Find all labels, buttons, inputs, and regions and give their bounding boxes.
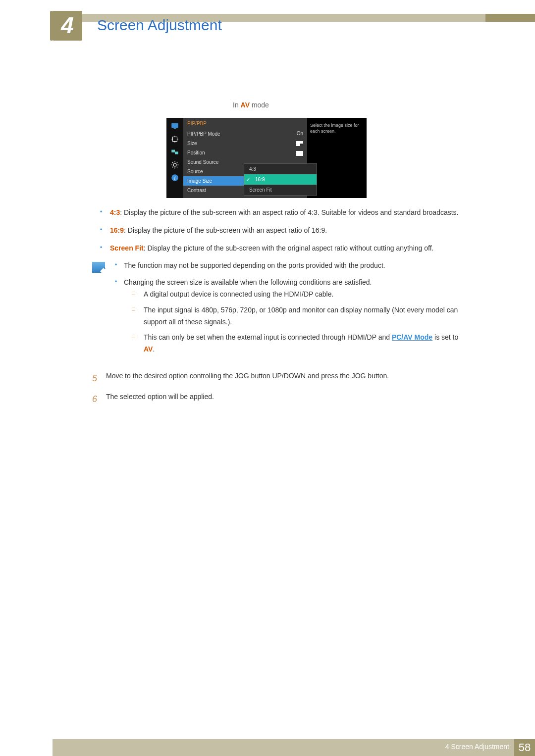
pc-av-mode-link[interactable]: PC/AV Mode xyxy=(392,333,432,341)
osd-value-mode: On xyxy=(244,129,307,139)
svg-rect-1 xyxy=(174,128,176,129)
page-title: Screen Adjustment xyxy=(97,17,222,34)
info-icon: i xyxy=(170,173,179,182)
osd-item-position: Position xyxy=(183,148,244,157)
note-sub-2: The input signal is 480p, 576p, 720p, or… xyxy=(144,304,459,328)
svg-rect-2 xyxy=(173,137,177,142)
monitor-icon xyxy=(170,122,179,131)
osd-screenshot: i PIP/PBP PIP/PBP Mode Size Position Sou… xyxy=(166,118,367,198)
bullet-16-9: 16:9: Display the picture of the sub-scr… xyxy=(110,225,459,237)
footer-page-number: 58 xyxy=(514,739,535,756)
svg-text:i: i xyxy=(174,175,176,181)
mode-prefix: In xyxy=(233,101,241,109)
footer-label: 4 Screen Adjustment xyxy=(445,743,509,751)
osd-item-size: Size xyxy=(183,139,244,148)
osd-item-mode: PIP/PBP Mode xyxy=(183,129,244,139)
svg-rect-4 xyxy=(175,151,178,154)
chapter-number-badge: 4 xyxy=(53,11,82,41)
mode-label: In AV mode xyxy=(233,101,269,109)
pip-icon xyxy=(170,148,179,156)
step-6: 6 The selected option will be applied. xyxy=(92,391,459,407)
osd-sub-16-9: 16:9 xyxy=(244,174,317,185)
note-sub-1: A digital output device is connected usi… xyxy=(144,289,459,301)
osd-menu-list: PIP/PBP PIP/PBP Mode Size Position Sound… xyxy=(183,118,244,198)
step-5: 5 Move to the desired option controlling… xyxy=(92,370,459,386)
osd-value-size xyxy=(244,139,307,149)
osd-sidebar-icons: i xyxy=(166,118,183,198)
bullet-screen-fit: Screen Fit: Display the picture of the s… xyxy=(110,243,459,254)
osd-value-position xyxy=(244,149,307,158)
osd-sub-4-3: 4:3 xyxy=(244,164,317,174)
footer: 4 Screen Adjustment 58 xyxy=(0,739,535,756)
step-number: 5 xyxy=(92,370,106,386)
note-icon xyxy=(92,262,105,273)
svg-rect-0 xyxy=(171,123,178,128)
body-content: 4:3: Display the picture of the sub-scre… xyxy=(92,207,459,411)
osd-menu-header: PIP/PBP xyxy=(183,120,244,129)
note-sub-3: This can only be set when the external i… xyxy=(144,332,459,355)
osd-sub-screen-fit: Screen Fit xyxy=(244,185,317,195)
gear-icon xyxy=(170,160,179,169)
svg-rect-3 xyxy=(171,150,175,152)
steps-list: 5 Move to the desired option controlling… xyxy=(92,370,459,406)
mode-accent: AV xyxy=(241,101,250,109)
note-block: The function may not be supported depend… xyxy=(92,260,459,360)
osd-item-sound: Sound Source xyxy=(183,157,244,167)
osd-submenu: 4:3 16:9 Screen Fit xyxy=(244,163,317,196)
osd-item-contrast: Contrast xyxy=(183,186,244,195)
mode-suffix: mode xyxy=(250,101,269,109)
osd-item-image-size: Image Size xyxy=(183,176,244,186)
svg-point-5 xyxy=(173,163,176,166)
resize-icon xyxy=(170,135,179,144)
step-number: 6 xyxy=(92,391,106,407)
note-line-1: The function may not be supported depend… xyxy=(124,260,459,272)
note-line-2: Changing the screen size is available wh… xyxy=(124,277,459,355)
osd-item-source: Source xyxy=(183,167,244,176)
bullet-4-3: 4:3: Display the picture of the sub-scre… xyxy=(110,207,459,219)
